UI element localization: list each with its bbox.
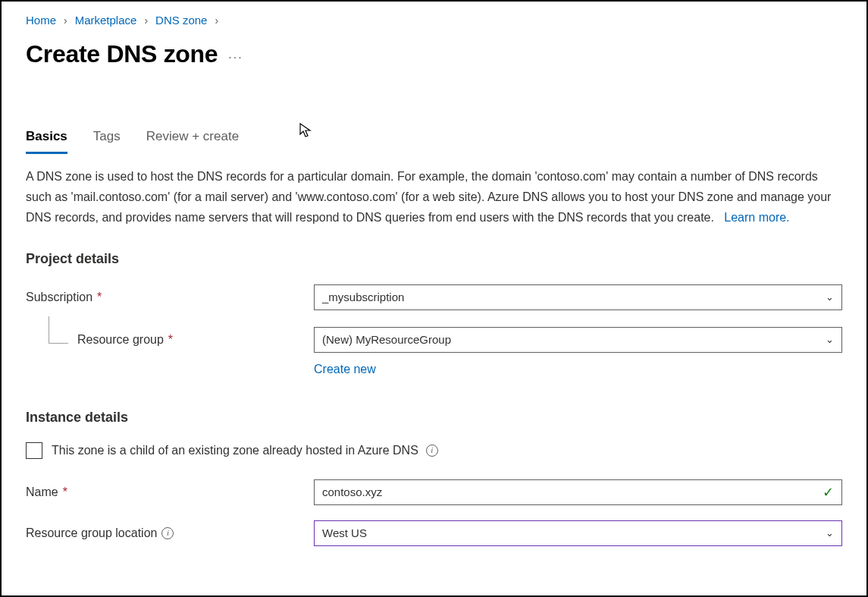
row-resource-group: Resource group * (New) MyResourceGroup ⌄: [26, 326, 842, 353]
info-icon[interactable]: i: [161, 527, 174, 539]
label-name-text: Name: [26, 485, 58, 499]
page-title-row: Create DNS zone ...: [26, 40, 842, 68]
resource-group-select[interactable]: (New) MyResourceGroup ⌄: [314, 327, 842, 353]
required-asterisk: *: [97, 291, 102, 304]
breadcrumb-home[interactable]: Home: [26, 14, 56, 27]
tab-basics[interactable]: Basics: [26, 129, 67, 154]
resource-group-value: (New) MyResourceGroup: [322, 333, 451, 346]
tabs: Basics Tags Review + create: [26, 129, 842, 155]
rg-location-select[interactable]: West US ⌄: [314, 520, 842, 546]
child-zone-label: This zone is a child of an existing zone…: [52, 444, 418, 457]
chevron-down-icon: ⌄: [826, 334, 834, 345]
tab-tags[interactable]: Tags: [93, 129, 121, 154]
subscription-select[interactable]: _mysubscription ⌄: [314, 284, 842, 310]
page-title: Create DNS zone: [26, 40, 218, 68]
chevron-right-icon: ›: [215, 14, 218, 27]
chevron-right-icon: ›: [144, 14, 148, 27]
row-child-zone: This zone is a child of an existing zone…: [26, 442, 842, 459]
intro-body: A DNS zone is used to host the DNS recor…: [26, 170, 831, 224]
chevron-right-icon: ›: [64, 14, 67, 27]
tab-review-create[interactable]: Review + create: [146, 129, 239, 154]
breadcrumb: Home › Marketplace › DNS zone ›: [26, 14, 842, 27]
chevron-down-icon: ⌄: [826, 291, 834, 303]
create-new-link[interactable]: Create new: [314, 363, 376, 376]
rg-location-value: West US: [322, 526, 367, 539]
indent-bracket-icon: [49, 316, 68, 344]
subscription-value: _mysubscription: [322, 291, 404, 303]
label-resource-group: Resource group *: [26, 333, 314, 347]
label-subscription: Subscription *: [26, 291, 314, 304]
row-rg-location: Resource group location i West US ⌄: [26, 520, 842, 547]
row-name: Name * contoso.xyz ✓: [26, 479, 842, 506]
section-project-details: Project details: [26, 251, 842, 267]
chevron-down-icon: ⌄: [826, 527, 834, 539]
label-resource-group-text: Resource group: [77, 333, 164, 347]
child-zone-checkbox[interactable]: [26, 442, 42, 459]
label-name: Name *: [26, 485, 314, 499]
label-rg-location-text: Resource group location: [26, 526, 157, 540]
required-asterisk: *: [168, 333, 173, 347]
info-icon[interactable]: i: [426, 445, 438, 457]
name-value: contoso.xyz: [322, 485, 382, 498]
more-actions-icon[interactable]: ...: [228, 48, 243, 61]
label-rg-location: Resource group location i: [26, 526, 314, 540]
required-asterisk: *: [63, 485, 67, 499]
intro-text: A DNS zone is used to host the DNS recor…: [26, 167, 842, 228]
breadcrumb-dns-zone[interactable]: DNS zone: [155, 14, 207, 27]
section-instance-details: Instance details: [26, 410, 842, 426]
learn-more-link[interactable]: Learn more.: [724, 211, 789, 224]
check-icon: ✓: [823, 484, 834, 501]
row-subscription: Subscription * _mysubscription ⌄: [26, 284, 842, 311]
name-input[interactable]: contoso.xyz ✓: [314, 479, 842, 505]
breadcrumb-marketplace[interactable]: Marketplace: [75, 14, 137, 27]
label-subscription-text: Subscription: [26, 291, 92, 304]
